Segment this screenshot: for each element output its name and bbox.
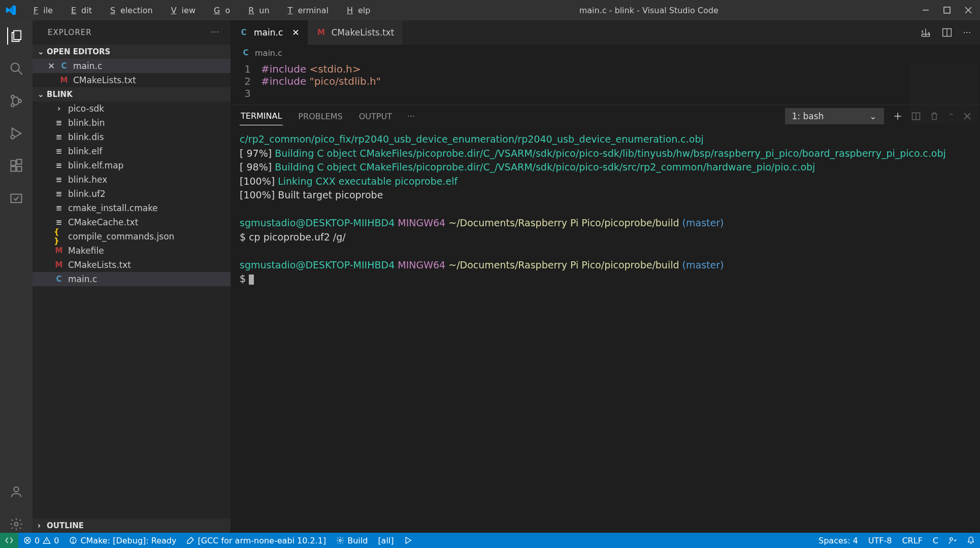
source-control-icon[interactable] <box>8 92 25 110</box>
svg-rect-14 <box>17 159 21 164</box>
menu-file[interactable]: File <box>23 4 58 17</box>
svg-line-6 <box>18 71 22 75</box>
file-tree-item[interactable]: ≡blink.hex <box>32 173 231 187</box>
generic-file-icon: ≡ <box>54 189 64 199</box>
file-tree-item[interactable]: ≡blink.bin <box>32 116 231 130</box>
m-file-icon: M <box>316 27 326 38</box>
open-editor-item[interactable]: MCMakeLists.txt <box>32 73 231 87</box>
code-line[interactable]: #include "pico/stdlib.h" <box>261 75 381 87</box>
m-file-icon: M <box>54 260 64 270</box>
file-tree-item[interactable]: ≡blink.dis <box>32 130 231 144</box>
terminal-line: [ 98%] Building C object CMakeFiles/pico… <box>240 160 971 175</box>
menu-view[interactable]: View <box>161 4 201 17</box>
folder-header[interactable]: ⌄ BLINK <box>32 87 231 101</box>
build-target-button[interactable]: [all] <box>373 536 399 545</box>
breadcrumb[interactable]: C main.c <box>231 45 980 61</box>
new-terminal-icon[interactable] <box>893 112 902 121</box>
terminal[interactable]: c/rp2_common/pico_fix/rp2040_usb_device_… <box>231 127 980 533</box>
launch-button[interactable] <box>399 536 417 544</box>
eol-button[interactable]: CRLF <box>897 536 927 545</box>
settings-gear-icon[interactable] <box>8 516 25 533</box>
panel-tabs: TERMINALPROBLEMSOUTPUT ··· 1: bash ⌄ ⌃ <box>231 105 980 127</box>
generic-file-icon: ≡ <box>54 118 64 128</box>
svg-rect-11 <box>11 161 16 165</box>
notifications-icon[interactable] <box>962 536 980 544</box>
file-tree-item[interactable]: MCMakeLists.txt <box>32 258 231 272</box>
terminal-line: [ 97%] Building C object CMakeFiles/pico… <box>240 147 971 161</box>
run-debug-icon[interactable] <box>8 125 25 142</box>
panel-more-icon[interactable]: ··· <box>407 112 415 121</box>
file-name: pico-sdk <box>68 104 104 114</box>
open-editors-header[interactable]: ⌄ OPEN EDITORS <box>32 45 231 59</box>
terminal-selector[interactable]: 1: bash ⌄ <box>785 108 884 124</box>
extensions-icon[interactable] <box>8 157 25 175</box>
close-icon[interactable]: ✕ <box>292 27 299 38</box>
file-tree-item[interactable]: Cmain.c <box>32 272 231 286</box>
editor-tab[interactable]: MCMakeLists.txt <box>308 20 403 45</box>
generic-file-icon: ≡ <box>54 132 64 142</box>
panel-tab-problems[interactable]: PROBLEMS <box>297 108 343 125</box>
tab-actions: ··· <box>921 20 980 45</box>
sidebar-more-icon[interactable]: ··· <box>211 28 219 37</box>
file-tree-item[interactable]: ≡blink.elf.map <box>32 158 231 173</box>
sidebar-header: EXPLORER ··· <box>32 20 231 45</box>
more-icon[interactable]: ··· <box>963 28 971 38</box>
menu-terminal[interactable]: Terminal <box>278 4 334 17</box>
kit-button[interactable]: [GCC for arm-none-eabi 10.2.1] <box>181 536 331 545</box>
close-icon[interactable] <box>965 7 972 14</box>
editor-tab[interactable]: Cmain.c✕ <box>231 20 308 45</box>
terminal-line <box>240 202 971 217</box>
file-name: blink.dis <box>68 132 104 142</box>
menu-help[interactable]: Help <box>337 4 375 17</box>
cmake-icon[interactable] <box>8 190 25 207</box>
minimap[interactable] <box>911 64 977 125</box>
search-icon[interactable] <box>8 60 25 77</box>
split-editor-icon[interactable] <box>942 27 952 38</box>
code-line[interactable]: #include <stdio.h> <box>261 63 361 75</box>
accounts-icon[interactable] <box>8 483 25 500</box>
explorer-icon[interactable] <box>7 27 24 45</box>
compare-icon[interactable] <box>921 27 931 38</box>
panel-tab-output[interactable]: OUTPUT <box>358 108 393 125</box>
menu-edit[interactable]: Edit <box>61 4 97 17</box>
maximize-icon[interactable] <box>943 7 951 14</box>
terminal-line: $ cp picoprobe.uf2 /g/ <box>240 230 971 245</box>
open-editors-label: OPEN EDITORS <box>47 47 110 56</box>
window-controls <box>922 7 972 14</box>
file-tree-item[interactable]: ≡blink.elf <box>32 144 231 158</box>
editor[interactable]: 1#include <stdio.h>2#include "pico/stdli… <box>231 61 980 105</box>
feedback-icon[interactable] <box>943 536 962 544</box>
file-name: blink.uf2 <box>68 189 106 199</box>
file-tree: ›pico-sdk≡blink.bin≡blink.dis≡blink.elf≡… <box>32 101 231 519</box>
open-editor-item[interactable]: ✕Cmain.c <box>32 59 231 73</box>
terminal-line: [100%] Built target picoprobe <box>240 188 971 202</box>
file-tree-item[interactable]: { }compile_commands.json <box>32 229 231 244</box>
spaces-label: Spaces: 4 <box>819 536 858 545</box>
menu-go[interactable]: Go <box>204 4 235 17</box>
menu-selection[interactable]: Selection <box>100 4 158 17</box>
minimize-icon[interactable] <box>922 7 929 14</box>
file-name: CMakeCache.txt <box>68 217 138 227</box>
spaces-button[interactable]: Spaces: 4 <box>813 536 863 545</box>
language-button[interactable]: C <box>928 536 943 545</box>
file-tree-item[interactable]: ≡cmake_install.cmake <box>32 201 231 215</box>
build-button[interactable]: Build <box>331 536 373 545</box>
file-name: compile_commands.json <box>68 231 174 242</box>
panel-tab-terminal[interactable]: TERMINAL <box>240 107 283 125</box>
file-tree-item[interactable]: ≡blink.uf2 <box>32 187 231 201</box>
terminal-line: c/rp2_common/pico_fix/rp2040_usb_device_… <box>240 132 971 147</box>
encoding-button[interactable]: UTF-8 <box>863 536 897 545</box>
outline-header[interactable]: › OUTLINE <box>32 519 231 533</box>
file-name: cmake_install.cmake <box>68 203 158 213</box>
file-tree-item[interactable]: MMakefile <box>32 244 231 258</box>
problems-button[interactable]: 0 0 <box>18 536 64 545</box>
svg-point-17 <box>15 523 18 526</box>
generic-file-icon: ≡ <box>54 160 64 170</box>
file-name: blink.bin <box>68 118 105 128</box>
menu-run[interactable]: Run <box>238 4 274 17</box>
close-icon[interactable]: ✕ <box>48 61 55 71</box>
file-tree-item[interactable]: ›pico-sdk <box>32 101 231 116</box>
cmake-status-button[interactable]: CMake: [Debug]: Ready <box>64 536 181 545</box>
svg-point-7 <box>11 95 14 98</box>
remote-button[interactable] <box>0 533 18 548</box>
